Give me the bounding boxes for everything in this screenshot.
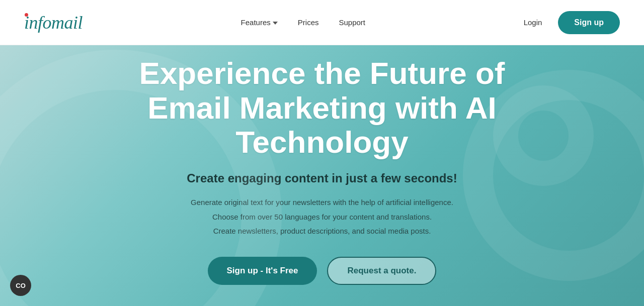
signup-button[interactable]: Sign up: [558, 11, 620, 34]
navbar: infomail Features Prices Support Login S…: [0, 0, 644, 45]
features-label: Features: [241, 18, 271, 27]
nav-item-support[interactable]: Support: [339, 18, 366, 27]
hero-buttons: Sign up - It's Free Request a quote.: [208, 257, 437, 285]
hero-deco-circle: [493, 85, 594, 186]
prices-link[interactable]: Prices: [298, 18, 319, 27]
hero-desc-line-1: Generate original text for your newslett…: [191, 195, 453, 210]
nav-item-prices[interactable]: Prices: [298, 18, 319, 27]
hero-title: Experience the Future of Email Marketing…: [96, 56, 548, 159]
features-link[interactable]: Features: [241, 18, 278, 27]
chat-widget[interactable]: CO: [10, 275, 31, 296]
support-link[interactable]: Support: [339, 18, 366, 27]
logo-text: infomail: [24, 12, 83, 33]
nav-item-features[interactable]: Features: [241, 18, 278, 27]
logo[interactable]: infomail: [24, 12, 83, 33]
nav-links: Features Prices Support: [241, 18, 365, 27]
chat-widget-icon: CO: [16, 282, 26, 289]
logo-dot: [25, 13, 28, 17]
hero-desc-line-3: Create newsletters, product descriptions…: [191, 224, 453, 239]
nav-right: Login Sign up: [524, 11, 620, 34]
chevron-down-icon: [273, 22, 278, 25]
hero-signup-button[interactable]: Sign up - It's Free: [208, 257, 317, 285]
hero-desc-line-2: Choose from over 50 languages for your c…: [191, 210, 453, 225]
prices-label: Prices: [298, 18, 319, 27]
hero-subtitle: Create engaging content in just a few se…: [187, 171, 457, 185]
hero-description: Generate original text for your newslett…: [191, 195, 453, 239]
support-label: Support: [339, 18, 366, 27]
login-label: Login: [524, 18, 542, 27]
login-link[interactable]: Login: [524, 18, 542, 27]
hero-quote-button[interactable]: Request a quote.: [327, 257, 436, 285]
hero-section: Experience the Future of Email Marketing…: [0, 45, 644, 306]
